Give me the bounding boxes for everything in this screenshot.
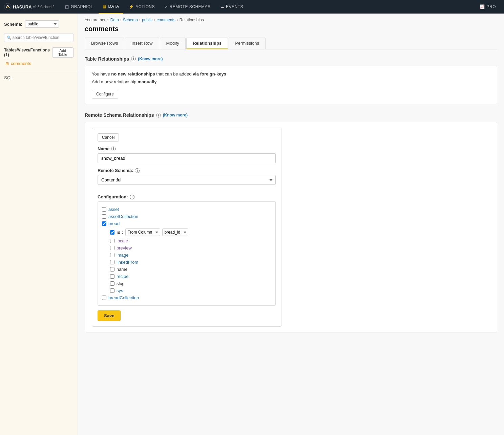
brand-version: v1.3.0-cloud.2 — [33, 5, 55, 9]
hasura-icon — [4, 3, 12, 10]
config-checkbox-preview[interactable] — [110, 246, 114, 250]
nav-graphiql[interactable]: ◫ GRAPHIQL — [61, 0, 97, 14]
nav-actions-icon: ⚡ — [129, 4, 134, 9]
tab-permissions[interactable]: Permissions — [229, 38, 266, 49]
config-checkbox-bread[interactable] — [102, 221, 106, 226]
breadcrumb-public[interactable]: public — [142, 18, 152, 22]
config-label-recipe[interactable]: recipe — [117, 274, 128, 279]
breadcrumb-current: Relationships — [180, 18, 204, 22]
remote-schema-info-icon[interactable]: i — [156, 113, 161, 117]
config-item-asset: asset — [102, 206, 271, 213]
breadcrumb: You are here: Data › Schema › public › c… — [85, 18, 497, 22]
schema-selector: Schema: public — [0, 18, 78, 30]
config-label-name[interactable]: name — [117, 267, 128, 272]
nav-remote-schemas-icon: ↗ — [164, 4, 168, 9]
breadcrumb-comments[interactable]: comments — [156, 18, 175, 22]
brand-logo: HASURA v1.3.0-cloud.2 — [4, 3, 54, 10]
nav-data[interactable]: ▦ DATA — [99, 0, 123, 14]
config-label-image[interactable]: image — [117, 253, 128, 258]
config-field-id-row: id : From Column bread_id — [110, 229, 271, 236]
config-checkbox-id[interactable] — [110, 230, 114, 235]
search-icon: 🔍 — [7, 36, 12, 40]
name-input[interactable] — [98, 153, 276, 163]
breadcrumb-prefix: You are here: — [85, 18, 109, 22]
config-checkbox-sys[interactable] — [110, 288, 114, 293]
breadcrumb-schema[interactable]: Schema — [123, 18, 138, 22]
config-checkbox-locale[interactable] — [110, 239, 114, 243]
config-label: Configuration: i — [98, 194, 276, 199]
remote-schema-know-more[interactable]: (Know more) — [163, 113, 188, 117]
no-relationships-text: You have no new relationships that can b… — [92, 71, 490, 77]
nav-pro-icon: 📈 — [480, 4, 485, 9]
bread-id-select[interactable]: bread_id — [162, 229, 188, 236]
brand-name: HASURA — [13, 4, 32, 9]
sidebar-sql[interactable]: SQL — [0, 71, 78, 82]
app-layout: Schema: public 🔍 Tables/Views/Functions … — [0, 14, 504, 435]
remote-schema-select[interactable]: Contentful — [98, 175, 276, 185]
search-input[interactable] — [4, 33, 74, 42]
name-info-icon[interactable]: i — [111, 147, 116, 151]
sidebar: Schema: public 🔍 Tables/Views/Functions … — [0, 14, 78, 435]
config-checkbox-asset[interactable] — [102, 207, 106, 212]
config-label-id[interactable]: id : — [117, 230, 123, 235]
configure-button[interactable]: Configure — [92, 90, 118, 99]
config-checkbox-recipe[interactable] — [110, 274, 114, 279]
sidebar-item-label: comments — [11, 61, 31, 66]
remote-schema-field-label: Remote Schema: i — [98, 168, 276, 173]
nav-actions[interactable]: ⚡ ACTIONS — [125, 0, 159, 14]
config-label-breadcollection[interactable]: breadCollection — [108, 295, 139, 300]
config-checkbox-slug[interactable] — [110, 281, 114, 286]
config-label-locale[interactable]: locale — [117, 238, 128, 243]
remote-schema-field-info-icon[interactable]: i — [135, 168, 140, 173]
nav-events[interactable]: ☁ EVENTS — [216, 0, 248, 14]
table-relationships-title: Table Relationships i (Know more) — [85, 56, 497, 62]
config-item-recipe: recipe — [110, 273, 271, 280]
tab-modify[interactable]: Modify — [160, 38, 186, 49]
save-button[interactable]: Save — [98, 310, 121, 321]
config-item-image: image — [110, 252, 271, 259]
config-label-sys[interactable]: sys — [117, 288, 123, 293]
tab-browse-rows[interactable]: Browse Rows — [85, 38, 124, 49]
nav-remote-schemas[interactable]: ↗ REMOTE SCHEMAS — [160, 0, 215, 14]
nav-graphiql-icon: ◫ — [65, 4, 69, 9]
config-item-assetCollection: assetCollection — [102, 213, 271, 220]
remote-schema-box: Cancel Name i Remote Schema: i Contentfu… — [85, 122, 497, 332]
from-column-select[interactable]: From Column — [125, 229, 160, 236]
tab-relationships[interactable]: Relationships — [186, 38, 228, 49]
breadcrumb-data[interactable]: Data — [110, 18, 119, 22]
schema-label: Schema: — [4, 22, 22, 27]
cancel-button[interactable]: Cancel — [98, 133, 119, 142]
config-checkbox-image[interactable] — [110, 253, 114, 257]
config-checkbox-breadcollection[interactable] — [102, 296, 106, 300]
top-nav: HASURA v1.3.0-cloud.2 ◫ GRAPHIQL ▦ DATA … — [0, 0, 504, 14]
config-checkbox-name[interactable] — [110, 267, 114, 271]
nav-pro[interactable]: 📈 PRO — [476, 0, 500, 14]
config-label-asset[interactable]: asset — [108, 207, 119, 212]
search-box: 🔍 — [0, 30, 78, 45]
config-label-slug[interactable]: slug — [117, 281, 125, 286]
nav-events-icon: ☁ — [220, 4, 225, 9]
nav-data-icon: ▦ — [103, 4, 107, 9]
config-item-bread: bread — [102, 220, 271, 227]
config-item-breadCollection: breadCollection — [102, 294, 271, 301]
sidebar-section-header: Tables/Views/Functions (1) Add Table — [0, 45, 78, 59]
config-label-preview[interactable]: preview — [117, 245, 132, 251]
config-label-assetcollection[interactable]: assetCollection — [108, 214, 138, 219]
config-info-icon[interactable]: i — [130, 195, 134, 199]
config-checkbox-assetcollection[interactable] — [102, 214, 106, 219]
name-label: Name i — [98, 146, 276, 151]
config-item-locale: locale — [110, 237, 271, 244]
schema-select[interactable]: public — [25, 20, 59, 28]
add-table-button[interactable]: Add Table — [52, 47, 74, 58]
config-checkbox-linkedfrom[interactable] — [110, 260, 114, 264]
config-label-linkedfrom[interactable]: linkedFrom — [117, 260, 138, 265]
config-label-bread[interactable]: bread — [108, 221, 120, 226]
config-item-name: name — [110, 266, 271, 273]
table-relationships-know-more[interactable]: (Know more) — [138, 57, 163, 61]
tab-insert-row[interactable]: Insert Row — [125, 38, 159, 49]
main-content: You are here: Data › Schema › public › c… — [78, 14, 504, 435]
remote-schema-select-wrap: Contentful — [98, 175, 276, 190]
sidebar-item-comments[interactable]: ⊞ comments — [0, 59, 78, 68]
table-relationships-box: You have no new relationships that can b… — [85, 66, 497, 104]
table-relationships-info-icon[interactable]: i — [131, 57, 136, 61]
